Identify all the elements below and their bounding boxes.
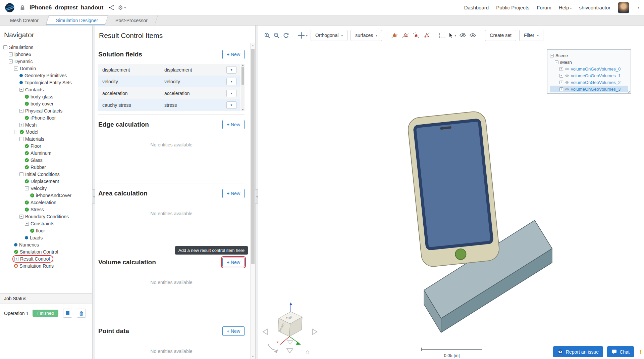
tree-item-iphone-floor[interactable]: ✓iPhone-floor bbox=[0, 114, 92, 121]
tree-item-glass[interactable]: ✓Glass bbox=[0, 156, 92, 164]
table-scrollbar[interactable]: ▲▼ bbox=[241, 64, 245, 111]
hide-entity-icon[interactable] bbox=[459, 33, 466, 38]
particle-trace-icon[interactable] bbox=[412, 32, 420, 39]
scene-root-row[interactable]: − Scene bbox=[550, 52, 628, 59]
tree-item-iphoneandcover[interactable]: ✓iPhoneAndCover bbox=[0, 192, 92, 199]
box-select-icon[interactable] bbox=[439, 33, 445, 38]
filter-dropdown[interactable]: Filter▾ bbox=[519, 30, 543, 41]
viewport-3d[interactable]: ▾ Orthogonal▾ surfaces▾ bbox=[258, 26, 644, 359]
new-button[interactable]: +New bbox=[222, 189, 245, 198]
visibility-eye-icon[interactable] bbox=[565, 68, 569, 71]
table-row[interactable]: accelerationacceleration▾ bbox=[98, 87, 240, 99]
tree-item-loads[interactable]: Loads bbox=[0, 234, 92, 241]
pan-move-icon[interactable]: ▾ bbox=[298, 32, 308, 39]
expand-icon[interactable]: + bbox=[559, 67, 563, 71]
tree-item-initial-conditions[interactable]: −Initial Conditions bbox=[0, 171, 92, 178]
delete-operation-button[interactable] bbox=[77, 309, 86, 318]
tree-item-body-cover[interactable]: ✓body cover bbox=[0, 100, 92, 107]
panel-scrollbar[interactable]: ▲ ▼ bbox=[250, 43, 255, 359]
share-icon[interactable] bbox=[109, 5, 114, 10]
tree-item-simulation-runs[interactable]: Simulation Runs bbox=[0, 262, 92, 269]
tree-item-geometry-primitives[interactable]: Geometry Primitives bbox=[0, 72, 92, 79]
tree-item-floor[interactable]: ✓floor bbox=[0, 227, 92, 234]
collapse-icon[interactable]: − bbox=[9, 59, 13, 63]
zoom-in-icon[interactable] bbox=[264, 32, 270, 39]
account-chevron-down-icon[interactable]: ▾ bbox=[638, 6, 639, 9]
scroll-up-icon[interactable]: ▲ bbox=[251, 44, 255, 47]
pan-down-arrow[interactable] bbox=[287, 349, 293, 353]
table-row[interactable]: velocityvelocity▾ bbox=[98, 76, 240, 87]
tab-post-processor[interactable]: Post-Processor bbox=[107, 15, 156, 25]
tree-item-simulation-control[interactable]: ✓Simulation Control bbox=[0, 248, 92, 255]
tree-item-result-control[interactable]: +Result Control bbox=[0, 255, 92, 262]
scene-volume-link[interactable]: volumeOnGeoVolumes_0 bbox=[571, 66, 621, 72]
nav-username[interactable]: shivcontractor bbox=[579, 5, 610, 10]
scene-volume-link[interactable]: volumeOnGeoVolumes_3 bbox=[571, 87, 621, 92]
settings-gear-icon[interactable]: ⚙▾ bbox=[118, 4, 126, 11]
show-entity-icon[interactable] bbox=[469, 33, 476, 38]
tree-item-domain[interactable]: −Domain bbox=[0, 65, 92, 72]
avatar[interactable] bbox=[618, 2, 629, 13]
home-view-icon[interactable]: ⌂ bbox=[306, 348, 309, 355]
collapse-icon[interactable]: − bbox=[19, 172, 23, 176]
nav-forum[interactable]: Forum bbox=[537, 5, 551, 10]
expand-icon[interactable]: + bbox=[19, 123, 23, 127]
cursor-select-icon[interactable]: ▾ bbox=[448, 33, 456, 38]
scene-mesh-label[interactable]: iMesh bbox=[560, 60, 572, 65]
scene-volume-row[interactable]: +volumeOnGeoVolumes_3 bbox=[550, 86, 628, 92]
collapse-icon[interactable]: − bbox=[3, 45, 7, 49]
expand-icon[interactable]: + bbox=[559, 87, 563, 91]
tab-simulation-designer[interactable]: Simulation Designer bbox=[47, 15, 107, 25]
scene-volume-row[interactable]: +volumeOnGeoVolumes_0 bbox=[550, 65, 628, 72]
scene-mesh-row[interactable]: − iMesh bbox=[550, 59, 628, 65]
clip-plane-icon[interactable] bbox=[391, 32, 398, 39]
nav-cube[interactable]: TOP FRONT x ⌂ bbox=[263, 302, 317, 355]
orbit-arrow[interactable] bbox=[268, 344, 275, 350]
scene-volume-link[interactable]: volumeOnGeoVolumes_2 bbox=[571, 80, 621, 85]
new-button[interactable]: +New bbox=[222, 258, 245, 267]
vector-display-icon[interactable] bbox=[423, 32, 431, 39]
collapse-icon[interactable]: − bbox=[550, 54, 554, 57]
collapse-icon[interactable]: − bbox=[555, 60, 558, 64]
projection-dropdown[interactable]: Orthogonal▾ bbox=[311, 30, 347, 41]
visibility-eye-icon[interactable] bbox=[565, 88, 569, 91]
viewport-splitter[interactable]: ◂ bbox=[256, 26, 258, 359]
tree-item-mesh[interactable]: +Mesh bbox=[0, 121, 92, 128]
visibility-eye-icon[interactable] bbox=[565, 81, 569, 84]
create-set-button[interactable]: Create set bbox=[485, 30, 516, 41]
app-logo-icon[interactable] bbox=[5, 3, 15, 13]
tree-item-boundary-conditions[interactable]: −Boundary Conditions bbox=[0, 213, 92, 220]
tree-item-constraints[interactable]: −Constraints bbox=[0, 220, 92, 227]
render-mode-dropdown[interactable]: surfaces▾ bbox=[351, 30, 382, 41]
tab-mesh-creator[interactable]: Mesh Creator bbox=[1, 15, 47, 25]
rotate-left-arrow[interactable] bbox=[263, 329, 267, 334]
row-options-dropdown[interactable]: ▾ bbox=[226, 78, 236, 85]
collapse-icon[interactable]: − bbox=[25, 186, 29, 190]
scene-volume-row[interactable]: +volumeOnGeoVolumes_2 bbox=[550, 79, 628, 86]
expand-icon[interactable]: + bbox=[559, 81, 563, 84]
tree-item-iphone6[interactable]: −iphone6 bbox=[0, 51, 92, 58]
zoom-out-icon[interactable] bbox=[273, 32, 280, 39]
row-options-dropdown[interactable]: ▾ bbox=[226, 90, 236, 97]
collapse-icon[interactable]: − bbox=[19, 88, 23, 92]
tree-item-acceleration[interactable]: ✓Acceleration bbox=[0, 199, 92, 206]
collapse-icon[interactable]: − bbox=[25, 222, 29, 226]
nav-help[interactable]: Help▾ bbox=[559, 5, 572, 10]
navigator-splitter[interactable]: ◂ bbox=[93, 26, 95, 359]
collapse-icon[interactable]: − bbox=[9, 52, 13, 56]
visibility-eye-icon[interactable] bbox=[565, 74, 569, 77]
expand-icon[interactable]: + bbox=[559, 74, 563, 78]
scrollbar-thumb[interactable] bbox=[251, 49, 255, 264]
tree-item-body-glass[interactable]: ✓body-glass bbox=[0, 93, 92, 100]
stop-operation-button[interactable] bbox=[63, 309, 72, 318]
rotate-down-arrow[interactable] bbox=[287, 341, 293, 344]
refresh-view-icon[interactable] bbox=[283, 32, 289, 39]
tree-item-rubber[interactable]: ✓Rubber bbox=[0, 164, 92, 171]
tree-item-topological-entity-sets[interactable]: Topological Entity Sets bbox=[0, 79, 92, 86]
tree-item-contacts[interactable]: −Contacts bbox=[0, 86, 92, 93]
expand-icon[interactable]: + bbox=[14, 257, 18, 261]
alert-indicator[interactable]: ! bbox=[638, 347, 643, 357]
new-button[interactable]: +New bbox=[222, 50, 245, 59]
tree-item-aluminum[interactable]: ✓Aluminum bbox=[0, 149, 92, 156]
tree-item-velocity[interactable]: −Velocity bbox=[0, 185, 92, 192]
